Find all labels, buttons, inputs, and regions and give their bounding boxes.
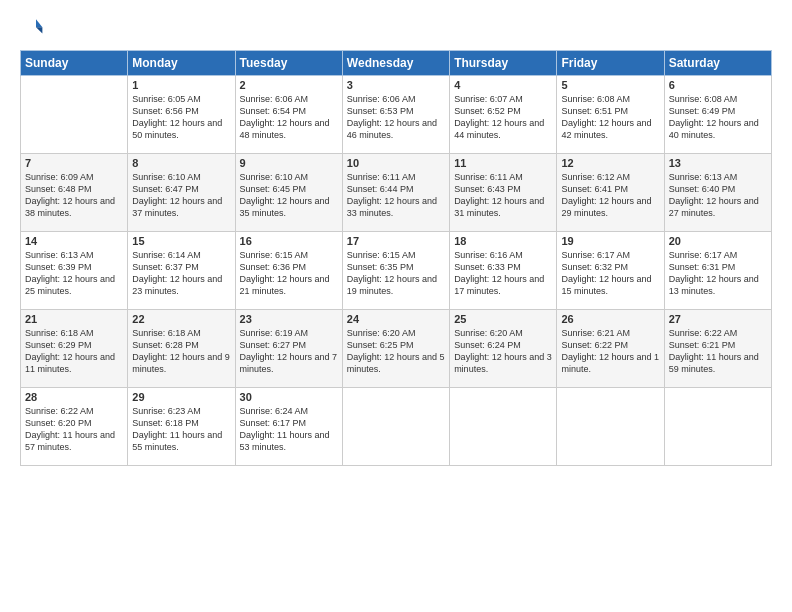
calendar-cell bbox=[557, 388, 664, 466]
cell-content: Sunrise: 6:12 AM Sunset: 6:41 PM Dayligh… bbox=[561, 171, 659, 220]
logo bbox=[20, 16, 48, 40]
day-number: 9 bbox=[240, 157, 338, 169]
day-number: 16 bbox=[240, 235, 338, 247]
svg-marker-1 bbox=[36, 27, 42, 33]
calendar-cell: 23Sunrise: 6:19 AM Sunset: 6:27 PM Dayli… bbox=[235, 310, 342, 388]
calendar-cell: 25Sunrise: 6:20 AM Sunset: 6:24 PM Dayli… bbox=[450, 310, 557, 388]
calendar-cell bbox=[342, 388, 449, 466]
day-number: 21 bbox=[25, 313, 123, 325]
col-header-wednesday: Wednesday bbox=[342, 51, 449, 76]
calendar-cell: 6Sunrise: 6:08 AM Sunset: 6:49 PM Daylig… bbox=[664, 76, 771, 154]
cell-content: Sunrise: 6:14 AM Sunset: 6:37 PM Dayligh… bbox=[132, 249, 230, 298]
calendar-cell: 14Sunrise: 6:13 AM Sunset: 6:39 PM Dayli… bbox=[21, 232, 128, 310]
calendar-cell: 5Sunrise: 6:08 AM Sunset: 6:51 PM Daylig… bbox=[557, 76, 664, 154]
calendar-cell: 8Sunrise: 6:10 AM Sunset: 6:47 PM Daylig… bbox=[128, 154, 235, 232]
calendar-cell: 20Sunrise: 6:17 AM Sunset: 6:31 PM Dayli… bbox=[664, 232, 771, 310]
cell-content: Sunrise: 6:07 AM Sunset: 6:52 PM Dayligh… bbox=[454, 93, 552, 142]
cell-content: Sunrise: 6:06 AM Sunset: 6:54 PM Dayligh… bbox=[240, 93, 338, 142]
day-number: 19 bbox=[561, 235, 659, 247]
day-number: 27 bbox=[669, 313, 767, 325]
cell-content: Sunrise: 6:22 AM Sunset: 6:20 PM Dayligh… bbox=[25, 405, 123, 454]
col-header-thursday: Thursday bbox=[450, 51, 557, 76]
cell-content: Sunrise: 6:23 AM Sunset: 6:18 PM Dayligh… bbox=[132, 405, 230, 454]
day-number: 10 bbox=[347, 157, 445, 169]
calendar-cell: 26Sunrise: 6:21 AM Sunset: 6:22 PM Dayli… bbox=[557, 310, 664, 388]
calendar-table: SundayMondayTuesdayWednesdayThursdayFrid… bbox=[20, 50, 772, 466]
cell-content: Sunrise: 6:21 AM Sunset: 6:22 PM Dayligh… bbox=[561, 327, 659, 376]
calendar-cell: 9Sunrise: 6:10 AM Sunset: 6:45 PM Daylig… bbox=[235, 154, 342, 232]
calendar-cell: 13Sunrise: 6:13 AM Sunset: 6:40 PM Dayli… bbox=[664, 154, 771, 232]
day-number: 22 bbox=[132, 313, 230, 325]
cell-content: Sunrise: 6:08 AM Sunset: 6:49 PM Dayligh… bbox=[669, 93, 767, 142]
calendar-week-3: 14Sunrise: 6:13 AM Sunset: 6:39 PM Dayli… bbox=[21, 232, 772, 310]
calendar-week-1: 1Sunrise: 6:05 AM Sunset: 6:56 PM Daylig… bbox=[21, 76, 772, 154]
day-number: 8 bbox=[132, 157, 230, 169]
calendar-cell: 19Sunrise: 6:17 AM Sunset: 6:32 PM Dayli… bbox=[557, 232, 664, 310]
calendar-cell: 27Sunrise: 6:22 AM Sunset: 6:21 PM Dayli… bbox=[664, 310, 771, 388]
col-header-tuesday: Tuesday bbox=[235, 51, 342, 76]
svg-marker-0 bbox=[36, 19, 42, 27]
calendar-page: SundayMondayTuesdayWednesdayThursdayFrid… bbox=[0, 0, 792, 612]
logo-icon bbox=[20, 16, 44, 40]
cell-content: Sunrise: 6:16 AM Sunset: 6:33 PM Dayligh… bbox=[454, 249, 552, 298]
day-number: 15 bbox=[132, 235, 230, 247]
calendar-cell: 18Sunrise: 6:16 AM Sunset: 6:33 PM Dayli… bbox=[450, 232, 557, 310]
cell-content: Sunrise: 6:19 AM Sunset: 6:27 PM Dayligh… bbox=[240, 327, 338, 376]
calendar-cell: 12Sunrise: 6:12 AM Sunset: 6:41 PM Dayli… bbox=[557, 154, 664, 232]
calendar-cell: 24Sunrise: 6:20 AM Sunset: 6:25 PM Dayli… bbox=[342, 310, 449, 388]
calendar-cell: 2Sunrise: 6:06 AM Sunset: 6:54 PM Daylig… bbox=[235, 76, 342, 154]
cell-content: Sunrise: 6:13 AM Sunset: 6:40 PM Dayligh… bbox=[669, 171, 767, 220]
calendar-cell: 11Sunrise: 6:11 AM Sunset: 6:43 PM Dayli… bbox=[450, 154, 557, 232]
cell-content: Sunrise: 6:15 AM Sunset: 6:35 PM Dayligh… bbox=[347, 249, 445, 298]
day-number: 7 bbox=[25, 157, 123, 169]
calendar-cell: 4Sunrise: 6:07 AM Sunset: 6:52 PM Daylig… bbox=[450, 76, 557, 154]
cell-content: Sunrise: 6:05 AM Sunset: 6:56 PM Dayligh… bbox=[132, 93, 230, 142]
day-number: 18 bbox=[454, 235, 552, 247]
calendar-cell: 28Sunrise: 6:22 AM Sunset: 6:20 PM Dayli… bbox=[21, 388, 128, 466]
cell-content: Sunrise: 6:13 AM Sunset: 6:39 PM Dayligh… bbox=[25, 249, 123, 298]
calendar-cell bbox=[450, 388, 557, 466]
calendar-cell: 21Sunrise: 6:18 AM Sunset: 6:29 PM Dayli… bbox=[21, 310, 128, 388]
cell-content: Sunrise: 6:10 AM Sunset: 6:47 PM Dayligh… bbox=[132, 171, 230, 220]
cell-content: Sunrise: 6:11 AM Sunset: 6:44 PM Dayligh… bbox=[347, 171, 445, 220]
cell-content: Sunrise: 6:18 AM Sunset: 6:28 PM Dayligh… bbox=[132, 327, 230, 376]
calendar-cell: 10Sunrise: 6:11 AM Sunset: 6:44 PM Dayli… bbox=[342, 154, 449, 232]
day-number: 24 bbox=[347, 313, 445, 325]
cell-content: Sunrise: 6:17 AM Sunset: 6:32 PM Dayligh… bbox=[561, 249, 659, 298]
day-number: 23 bbox=[240, 313, 338, 325]
day-number: 25 bbox=[454, 313, 552, 325]
calendar-week-5: 28Sunrise: 6:22 AM Sunset: 6:20 PM Dayli… bbox=[21, 388, 772, 466]
day-number: 28 bbox=[25, 391, 123, 403]
calendar-cell: 15Sunrise: 6:14 AM Sunset: 6:37 PM Dayli… bbox=[128, 232, 235, 310]
day-number: 20 bbox=[669, 235, 767, 247]
calendar-cell: 1Sunrise: 6:05 AM Sunset: 6:56 PM Daylig… bbox=[128, 76, 235, 154]
calendar-cell: 3Sunrise: 6:06 AM Sunset: 6:53 PM Daylig… bbox=[342, 76, 449, 154]
cell-content: Sunrise: 6:10 AM Sunset: 6:45 PM Dayligh… bbox=[240, 171, 338, 220]
calendar-cell: 22Sunrise: 6:18 AM Sunset: 6:28 PM Dayli… bbox=[128, 310, 235, 388]
cell-content: Sunrise: 6:15 AM Sunset: 6:36 PM Dayligh… bbox=[240, 249, 338, 298]
cell-content: Sunrise: 6:08 AM Sunset: 6:51 PM Dayligh… bbox=[561, 93, 659, 142]
col-header-friday: Friday bbox=[557, 51, 664, 76]
day-number: 30 bbox=[240, 391, 338, 403]
day-number: 29 bbox=[132, 391, 230, 403]
cell-content: Sunrise: 6:20 AM Sunset: 6:24 PM Dayligh… bbox=[454, 327, 552, 376]
day-number: 3 bbox=[347, 79, 445, 91]
day-number: 1 bbox=[132, 79, 230, 91]
cell-content: Sunrise: 6:22 AM Sunset: 6:21 PM Dayligh… bbox=[669, 327, 767, 376]
calendar-cell bbox=[664, 388, 771, 466]
day-number: 17 bbox=[347, 235, 445, 247]
day-number: 13 bbox=[669, 157, 767, 169]
calendar-week-4: 21Sunrise: 6:18 AM Sunset: 6:29 PM Dayli… bbox=[21, 310, 772, 388]
col-header-monday: Monday bbox=[128, 51, 235, 76]
header-row: SundayMondayTuesdayWednesdayThursdayFrid… bbox=[21, 51, 772, 76]
header bbox=[20, 16, 772, 40]
cell-content: Sunrise: 6:18 AM Sunset: 6:29 PM Dayligh… bbox=[25, 327, 123, 376]
calendar-week-2: 7Sunrise: 6:09 AM Sunset: 6:48 PM Daylig… bbox=[21, 154, 772, 232]
calendar-cell: 16Sunrise: 6:15 AM Sunset: 6:36 PM Dayli… bbox=[235, 232, 342, 310]
cell-content: Sunrise: 6:09 AM Sunset: 6:48 PM Dayligh… bbox=[25, 171, 123, 220]
day-number: 14 bbox=[25, 235, 123, 247]
calendar-cell bbox=[21, 76, 128, 154]
day-number: 11 bbox=[454, 157, 552, 169]
cell-content: Sunrise: 6:24 AM Sunset: 6:17 PM Dayligh… bbox=[240, 405, 338, 454]
day-number: 6 bbox=[669, 79, 767, 91]
